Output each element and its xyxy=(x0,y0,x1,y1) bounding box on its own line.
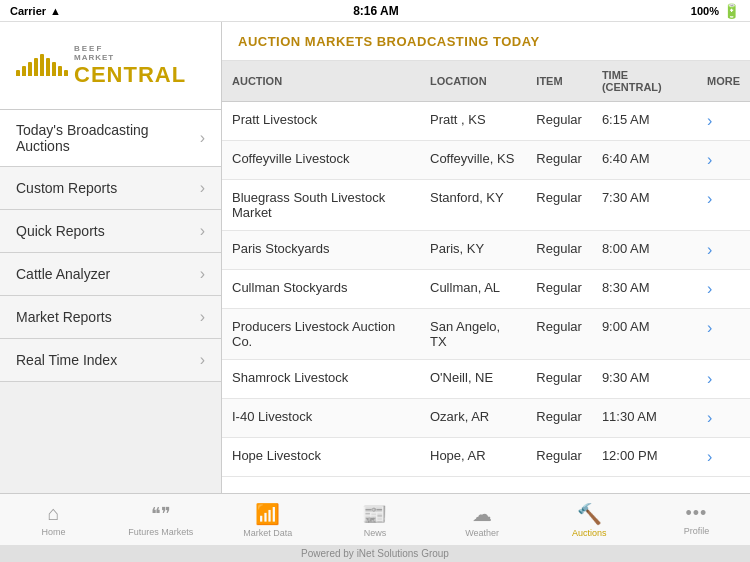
content-header: AUCTION MARKETS BROADCASTING TODAY xyxy=(222,22,750,61)
tab-auctions[interactable]: 🔨Auctions xyxy=(536,502,643,538)
bar7 xyxy=(52,62,56,76)
auction-more[interactable]: › xyxy=(697,231,750,270)
auction-more[interactable]: › xyxy=(697,399,750,438)
sidebar: BEEF MARKET CENTRAL Today's Broadcasting… xyxy=(0,22,222,493)
tab-futures[interactable]: ❝❞Futures Markets xyxy=(107,502,214,538)
auction-location: Ozark, AR xyxy=(420,399,526,438)
table-row[interactable]: I-40 LivestockOzark, ARRegular11:30 AM› xyxy=(222,399,750,438)
col-header-auction: AUCTION xyxy=(222,61,420,102)
table-row[interactable]: Coffeyville LivestockCoffeyville, KSRegu… xyxy=(222,141,750,180)
bar4 xyxy=(34,58,38,76)
auction-more[interactable]: › xyxy=(697,270,750,309)
chevron-right-icon: › xyxy=(707,112,712,129)
chevron-right-icon: › xyxy=(707,319,712,336)
status-time: 8:16 AM xyxy=(353,4,399,18)
table-row[interactable]: Cullman StockyardsCullman, ALRegular8:30… xyxy=(222,270,750,309)
auction-time: 9:00 AM xyxy=(592,309,697,360)
tab-profile[interactable]: •••Profile xyxy=(643,502,750,538)
sidebar-item-market-reports[interactable]: Market Reports› xyxy=(0,296,221,339)
carrier-label: Carrier xyxy=(10,5,46,17)
auction-name: Coffeyville Livestock xyxy=(222,141,420,180)
table-row[interactable]: Paris StockyardsParis, KYRegular8:00 AM› xyxy=(222,231,750,270)
battery-label: 100% xyxy=(691,5,719,17)
sidebar-item-label-market-reports: Market Reports xyxy=(16,309,112,325)
chevron-right-icon: › xyxy=(707,409,712,426)
auction-more[interactable]: › xyxy=(697,102,750,141)
table-row[interactable]: Pratt LivestockPratt , KSRegular6:15 AM› xyxy=(222,102,750,141)
sidebar-item-label-quick-reports: Quick Reports xyxy=(16,223,105,239)
auction-more[interactable]: › xyxy=(697,360,750,399)
bar6 xyxy=(46,58,50,76)
tab-market-data[interactable]: 📶Market Data xyxy=(214,502,321,538)
auction-name: I-40 Livestock xyxy=(222,399,420,438)
chevron-icon-real-time-index: › xyxy=(200,351,205,369)
auction-location: Cullman, AL xyxy=(420,270,526,309)
auction-item: Regular xyxy=(526,102,592,141)
battery-icon: 🔋 xyxy=(723,3,740,19)
auction-location: Coffeyville, KS xyxy=(420,141,526,180)
status-left: Carrier ▲ xyxy=(10,5,61,17)
table-row[interactable]: Shamrock LivestockO'Neill, NERegular9:30… xyxy=(222,360,750,399)
tab-home[interactable]: ⌂Home xyxy=(0,502,107,538)
logo-central: CENTRAL xyxy=(74,62,186,88)
col-header-item: ITEM xyxy=(526,61,592,102)
chevron-icon-custom-reports: › xyxy=(200,179,205,197)
table-row[interactable]: Bluegrass South Livestock MarketStanford… xyxy=(222,180,750,231)
status-right: 100% 🔋 xyxy=(691,3,740,19)
auction-item: Regular xyxy=(526,309,592,360)
auctions-icon: 🔨 xyxy=(577,502,602,526)
col-header-location: LOCATION xyxy=(420,61,526,102)
table-row[interactable]: Producers Livestock Auction Co.San Angel… xyxy=(222,309,750,360)
auction-item: Regular xyxy=(526,399,592,438)
auction-more[interactable]: › xyxy=(697,438,750,477)
auction-location: Pratt , KS xyxy=(420,102,526,141)
bar3 xyxy=(28,62,32,76)
auction-item: Regular xyxy=(526,438,592,477)
tab-news[interactable]: 📰News xyxy=(321,502,428,538)
powered-by-bar: Powered by iNet Solutions Group xyxy=(0,545,750,562)
auction-time: 7:30 AM xyxy=(592,180,697,231)
auction-table[interactable]: AUCTIONLOCATIONITEMTIME (CENTRAL)MORE Pr… xyxy=(222,61,750,493)
auction-time: 8:30 AM xyxy=(592,270,697,309)
logo-beef: BEEF xyxy=(74,44,186,53)
auction-name: Producers Livestock Auction Co. xyxy=(222,309,420,360)
auction-time: 6:40 AM xyxy=(592,141,697,180)
table-header-row: AUCTIONLOCATIONITEMTIME (CENTRAL)MORE xyxy=(222,61,750,102)
logo-text-group: BEEF MARKET CENTRAL xyxy=(74,44,186,88)
market-data-icon: 📶 xyxy=(255,502,280,526)
auction-time: 12:00 PM xyxy=(592,438,697,477)
table-row[interactable]: Hope LivestockHope, ARRegular12:00 PM› xyxy=(222,438,750,477)
sidebar-item-custom-reports[interactable]: Custom Reports› xyxy=(0,167,221,210)
tab-items: ⌂Home❝❞Futures Markets📶Market Data📰News☁… xyxy=(0,502,750,538)
auction-more[interactable]: › xyxy=(697,309,750,360)
bar1 xyxy=(16,70,20,76)
futures-icon: ❝❞ xyxy=(151,503,171,525)
auction-name: Paris Stockyards xyxy=(222,231,420,270)
auction-more[interactable]: › xyxy=(697,141,750,180)
auction-location: San Angelo, TX xyxy=(420,309,526,360)
bar5 xyxy=(40,54,44,76)
tab-label-home: Home xyxy=(42,527,66,537)
auction-more[interactable]: › xyxy=(697,180,750,231)
chevron-right-icon: › xyxy=(707,190,712,207)
chevron-right-icon: › xyxy=(707,151,712,168)
bar8 xyxy=(58,66,62,76)
content-area: AUCTION MARKETS BROADCASTING TODAY AUCTI… xyxy=(222,22,750,493)
auction-location: Paris, KY xyxy=(420,231,526,270)
tab-bar: ⌂Home❝❞Futures Markets📶Market Data📰News☁… xyxy=(0,493,750,545)
sidebar-item-cattle-analyzer[interactable]: Cattle Analyzer› xyxy=(0,253,221,296)
tab-weather[interactable]: ☁Weather xyxy=(429,502,536,538)
more-dots-icon: ••• xyxy=(685,503,707,524)
auction-location: Stanford, KY xyxy=(420,180,526,231)
auction-name: Cullman Stockyards xyxy=(222,270,420,309)
sidebar-item-real-time-index[interactable]: Real Time Index› xyxy=(0,339,221,382)
auction-time: 9:30 AM xyxy=(592,360,697,399)
sidebar-item-quick-reports[interactable]: Quick Reports› xyxy=(0,210,221,253)
bar9 xyxy=(64,70,68,76)
bar2 xyxy=(22,66,26,76)
wifi-icon: ▲ xyxy=(50,5,61,17)
logo-area: BEEF MARKET CENTRAL xyxy=(0,22,221,110)
logo: BEEF MARKET CENTRAL xyxy=(16,44,186,88)
auction-item: Regular xyxy=(526,180,592,231)
sidebar-item-broadcasting[interactable]: Today's Broadcasting Auctions› xyxy=(0,110,221,167)
